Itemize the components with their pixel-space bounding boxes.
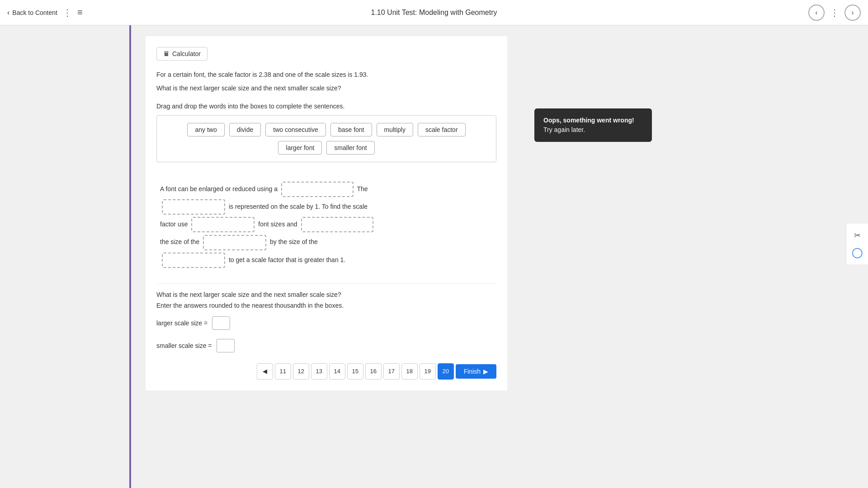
- error-toast: Oops, something went wrong! Try again la…: [534, 108, 652, 142]
- error-line-1: Oops, something went wrong!: [543, 116, 643, 125]
- sentence-2-post: is represented on the scale by 1. To fin…: [229, 203, 368, 210]
- page-title: 1.10 Unit Test: Modeling with Geometry: [371, 9, 497, 17]
- smaller-scale-input[interactable]: [217, 339, 235, 352]
- page-13-button[interactable]: 13: [311, 363, 327, 380]
- dnd-instruction: Drag and drop the words into the boxes t…: [156, 103, 496, 110]
- question-panel: 🖩 Calculator For a certain font, the sca…: [146, 36, 507, 390]
- page-12-button[interactable]: 12: [293, 363, 309, 380]
- sentence-1-pre: A font can be enlarged or reduced using …: [160, 185, 278, 192]
- prev-page-button[interactable]: ‹: [808, 5, 825, 21]
- finish-label: Finish: [464, 368, 481, 375]
- calculator-icon: 🖩: [163, 50, 170, 57]
- sentence-area: A font can be enlarged or reduced using …: [156, 173, 496, 276]
- word-chip-base-font[interactable]: base font: [330, 123, 372, 136]
- larger-scale-input[interactable]: [212, 316, 230, 330]
- sentence-3-mid: font sizes and: [258, 221, 297, 228]
- side-tools: ✂ ◯: [846, 224, 868, 264]
- sentence-5-post: to get a scale factor that is greater th…: [229, 256, 345, 263]
- page-18-button[interactable]: 18: [401, 363, 418, 380]
- answer-question: What is the next larger scale size and t…: [156, 291, 496, 298]
- nav-dots-icon[interactable]: ⋮: [830, 7, 839, 18]
- word-chip-scale-factor[interactable]: scale factor: [418, 123, 466, 136]
- page-15-button[interactable]: 15: [347, 363, 363, 380]
- scissors-icon: ✂: [854, 230, 861, 240]
- menu-icon[interactable]: ≡: [77, 7, 83, 18]
- question-text-2: What is the next larger scale size and t…: [156, 83, 496, 93]
- sentence-4-pre: the size of the: [160, 238, 199, 245]
- drop-box-2[interactable]: [162, 199, 225, 215]
- chevron-left-icon: ‹: [7, 9, 9, 17]
- page-20-button[interactable]: 20: [438, 363, 454, 380]
- sentence-1-post: The: [357, 185, 368, 192]
- next-page-button[interactable]: ›: [844, 5, 861, 21]
- word-chip-any-two[interactable]: any two: [187, 123, 224, 136]
- prev-arrow-button[interactable]: ◀: [257, 363, 273, 380]
- finish-button[interactable]: Finish ▶: [456, 364, 496, 379]
- drop-box-5[interactable]: [203, 235, 266, 250]
- circle-icon: ◯: [852, 247, 863, 258]
- scissors-tool-button[interactable]: ✂: [849, 227, 865, 244]
- error-line-2: Try again later.: [543, 125, 643, 135]
- drop-box-1[interactable]: [281, 182, 354, 197]
- drop-box-6[interactable]: [162, 253, 225, 268]
- left-sidebar: [0, 25, 131, 488]
- drop-box-4[interactable]: [301, 217, 373, 232]
- smaller-scale-row: smaller scale size =: [156, 339, 496, 352]
- page-14-button[interactable]: 14: [329, 363, 345, 380]
- question-text-1: For a certain font, the scale factor is …: [156, 70, 496, 80]
- larger-scale-label: larger scale size =: [156, 319, 208, 327]
- sentence-3-pre: factor use: [160, 221, 188, 228]
- sentence-4-post: by the size of the: [270, 238, 318, 245]
- pagination: ◀ 11 12 13 14 15 16 17 18 19 20 Finish ▶: [156, 363, 496, 380]
- smaller-scale-label: smaller scale size =: [156, 342, 212, 349]
- larger-scale-row: larger scale size =: [156, 316, 496, 330]
- answer-instruction: Enter the answers rounded to the nearest…: [156, 302, 496, 309]
- word-bank: any two divide two consecutive base font…: [156, 115, 496, 162]
- page-17-button[interactable]: 17: [383, 363, 400, 380]
- calculator-label: Calculator: [172, 50, 201, 57]
- finish-arrow-icon: ▶: [483, 368, 488, 375]
- word-chip-divide[interactable]: divide: [229, 123, 261, 136]
- page-19-button[interactable]: 19: [420, 363, 436, 380]
- word-chip-two-consecutive[interactable]: two consecutive: [265, 123, 326, 136]
- calculator-button[interactable]: 🖩 Calculator: [156, 47, 208, 61]
- back-to-content-button[interactable]: ‹ Back to Content: [7, 9, 57, 17]
- page-11-button[interactable]: 11: [275, 363, 291, 380]
- word-chip-larger-font[interactable]: larger font: [278, 141, 322, 155]
- circle-tool-button[interactable]: ◯: [849, 244, 865, 261]
- page-16-button[interactable]: 16: [365, 363, 382, 380]
- drop-box-3[interactable]: [191, 217, 255, 232]
- content-area: 🖩 Calculator For a certain font, the sca…: [131, 25, 868, 488]
- word-chip-smaller-font[interactable]: smaller font: [326, 141, 374, 155]
- word-chip-multiply[interactable]: multiply: [377, 123, 413, 136]
- vertical-dots-icon[interactable]: ⋮: [63, 7, 72, 18]
- back-label: Back to Content: [12, 9, 57, 16]
